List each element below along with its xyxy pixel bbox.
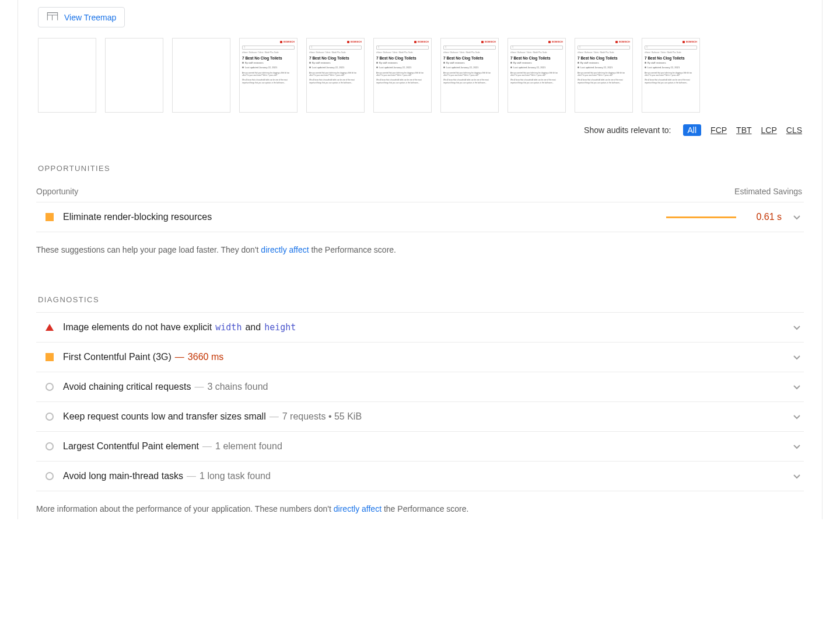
filter-chip-tbt[interactable]: TBT [736, 125, 751, 135]
audit-filter-row: Show audits relevant to: AllFCPTBTLCPCLS [18, 121, 822, 146]
diagnostic-title: Largest Contentful Paint element—1 eleme… [63, 441, 783, 452]
filmstrip-frame[interactable]: BOMISCHQsHome › Bathroom › Toilets › Mod… [306, 38, 365, 113]
filmstrip-frame[interactable] [38, 38, 96, 113]
chevron-down-icon [792, 352, 802, 362]
opportunities-note-pre: These suggestions can help your page loa… [36, 245, 261, 254]
view-treemap-label: View Treemap [64, 13, 116, 22]
opportunity-title: Eliminate render-blocking resources [63, 212, 657, 222]
diagnostic-title: First Contentful Paint (3G)—3660 ms [63, 352, 783, 362]
lighthouse-performance-panel: View Treemap BOMISCHQsHome › Bathroom › … [18, 0, 822, 519]
diagnostics-heading: DIAGNOSTICS [18, 260, 822, 312]
opportunities-list: Eliminate render-blocking resources0.61 … [36, 202, 804, 232]
diagnostic-row[interactable]: Image elements do not have explicit widt… [36, 313, 804, 343]
diagnostic-title: Avoid long main-thread tasks—1 long task… [63, 471, 783, 481]
diagnostic-row[interactable]: Keep request counts low and transfer siz… [36, 402, 804, 432]
diagnostic-row-right [792, 382, 802, 392]
filmstrip-frame[interactable] [105, 38, 163, 113]
severity-circle-icon [46, 413, 54, 421]
severity-circle-icon [46, 383, 54, 391]
severity-circle-icon [46, 472, 54, 480]
diagnostic-title: Keep request counts low and transfer siz… [63, 411, 783, 422]
diagnostics-note: More information about the performance o… [18, 491, 822, 519]
filmstrip-frame[interactable]: BOMISCHQsHome › Bathroom › Toilets › Mod… [373, 38, 432, 113]
severity-triangle-icon [46, 324, 54, 331]
filter-chip-lcp[interactable]: LCP [761, 125, 777, 135]
filmstrip-frame[interactable]: BOMISCHQsHome › Bathroom › Toilets › Mod… [440, 38, 499, 113]
diagnostic-row-right [792, 471, 802, 481]
diagnostics-note-link[interactable]: directly affect [334, 504, 382, 513]
opportunities-note-link[interactable]: directly affect [261, 245, 309, 254]
filmstrip-frame[interactable]: BOMISCHQsHome › Bathroom › Toilets › Mod… [575, 38, 633, 113]
opportunity-savings-group: 0.61 s [666, 212, 802, 222]
chevron-down-icon [792, 382, 802, 392]
savings-value: 0.61 s [752, 212, 782, 222]
opportunities-heading: OPPORTUNITIES [18, 146, 822, 181]
diagnostic-row-right [792, 442, 802, 451]
opportunities-columns: Opportunity Estimated Savings [18, 181, 822, 202]
diagnostic-row[interactable]: Avoid long main-thread tasks—1 long task… [36, 462, 804, 491]
treemap-row: View Treemap [18, 0, 822, 38]
chevron-down-icon [792, 471, 802, 481]
filmstrip-frame[interactable]: BOMISCHQsHome › Bathroom › Toilets › Mod… [239, 38, 298, 113]
opportunities-note-post: the Performance score. [309, 245, 396, 254]
chevron-down-icon [792, 323, 802, 332]
view-treemap-button[interactable]: View Treemap [38, 7, 125, 27]
diagnostics-list: Image elements do not have explicit widt… [36, 312, 804, 491]
opportunity-col-right: Estimated Savings [734, 187, 802, 196]
severity-square-icon [46, 213, 54, 221]
filmstrip: BOMISCHQsHome › Bathroom › Toilets › Mod… [18, 38, 822, 121]
diagnostic-row[interactable]: First Contentful Paint (3G)—3660 ms [36, 343, 804, 372]
chevron-down-icon [792, 442, 802, 451]
filmstrip-frame[interactable]: BOMISCHQsHome › Bathroom › Toilets › Mod… [508, 38, 566, 113]
opportunity-col-left: Opportunity [36, 187, 78, 196]
savings-bar [666, 216, 742, 218]
treemap-icon [47, 12, 58, 23]
diagnostics-note-post: the Performance score. [382, 504, 468, 513]
diagnostic-row[interactable]: Avoid chaining critical requests—3 chain… [36, 372, 804, 402]
diagnostic-row-right [792, 412, 802, 421]
audit-filter-label: Show audits relevant to: [584, 125, 671, 135]
filter-chip-fcp[interactable]: FCP [710, 125, 727, 135]
filmstrip-frame[interactable] [172, 38, 230, 113]
diagnostic-title: Avoid chaining critical requests—3 chain… [63, 382, 783, 392]
opportunity-row[interactable]: Eliminate render-blocking resources0.61 … [36, 202, 804, 232]
audit-filter-chips: AllFCPTBTLCPCLS [683, 124, 802, 136]
filter-chip-cls[interactable]: CLS [786, 125, 802, 135]
chevron-down-icon [792, 212, 802, 222]
diagnostic-title: Image elements do not have explicit widt… [63, 322, 783, 333]
filmstrip-frame[interactable]: BOMISCHQsHome › Bathroom › Toilets › Mod… [642, 38, 700, 113]
severity-circle-icon [46, 442, 54, 450]
severity-square-icon [46, 353, 54, 361]
opportunities-note: These suggestions can help your page loa… [18, 232, 822, 260]
filter-chip-all[interactable]: All [683, 124, 702, 136]
diagnostic-row[interactable]: Largest Contentful Paint element—1 eleme… [36, 432, 804, 462]
diagnostic-row-right [792, 323, 802, 332]
diagnostic-row-right [792, 352, 802, 362]
chevron-down-icon [792, 412, 802, 421]
diagnostics-note-pre: More information about the performance o… [36, 504, 334, 513]
